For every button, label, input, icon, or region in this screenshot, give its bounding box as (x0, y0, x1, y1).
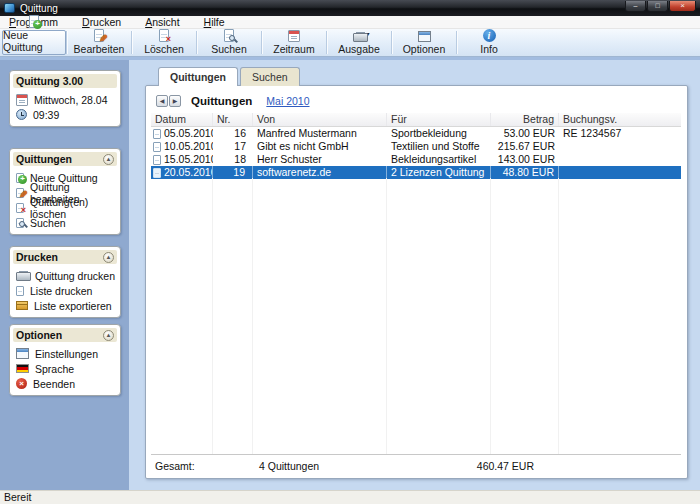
time-label: 09:39 (33, 109, 59, 121)
toolbar-label: Neue Quittung (3, 29, 65, 53)
panel-title: Optionen (16, 329, 62, 341)
german-flag-icon (16, 364, 29, 373)
cell-buchungsv (559, 140, 681, 153)
window-controls: – □ × (625, 1, 696, 12)
sidebar-item-quittung-drucken[interactable]: Quittung drucken (16, 268, 116, 283)
export-box-icon (16, 301, 28, 310)
cell-datum: 05.05.2010 (164, 127, 213, 140)
status-bar: Bereit (0, 490, 700, 504)
sidebar-item-label: Quittung drucken (35, 270, 115, 282)
window-title: Quittung (20, 3, 58, 14)
cell-von: Gibt es nicht GmbH (253, 140, 387, 153)
output-button[interactable]: Ausgabe (327, 29, 391, 56)
sidebar-item-quittungen-loeschen[interactable]: Quittung(en) löschen (16, 200, 116, 215)
close-icon[interactable]: × (669, 1, 696, 12)
tab-suchen[interactable]: Suchen (240, 67, 300, 86)
receipt-count: 4 Quittungen (259, 460, 319, 472)
toolbar-label: Bearbeiten (74, 43, 125, 55)
calendar-icon (16, 94, 28, 106)
sidebar-item-label: Einstellungen (35, 348, 98, 360)
period-link[interactable]: Mai 2010 (266, 95, 309, 107)
column-header-fuer[interactable]: Für (387, 113, 491, 126)
title-bar: Quittung – □ × (0, 0, 700, 16)
document-pencil-icon (94, 29, 104, 42)
document-search-icon (16, 218, 24, 228)
collapse-icon[interactable]: ▲ (103, 330, 114, 341)
receipt-icon (153, 155, 161, 165)
sidebar-item-beenden[interactable]: Beenden (16, 376, 116, 391)
toolbar: Neue Quittung Bearbeiten Löschen Suchen … (0, 29, 700, 57)
cell-betrag: 143.00 EUR (491, 153, 559, 166)
collapse-icon[interactable]: ▲ (103, 252, 114, 263)
next-month-icon[interactable]: ▶ (169, 95, 181, 107)
toolbar-label: Löschen (144, 43, 184, 55)
table-footer: Gesamt: 4 Quittungen 460.47 EUR (151, 454, 681, 472)
menu-ansicht[interactable]: Ansicht (141, 16, 183, 28)
edit-button[interactable]: Bearbeiten (67, 29, 131, 56)
cell-nr: 17 (213, 140, 253, 153)
document-search-icon (224, 29, 234, 42)
sidebar-panel-drucken: Drucken ▲ Quittung drucken Liste drucken… (9, 246, 121, 318)
maximize-icon[interactable]: □ (647, 1, 668, 12)
previous-month-icon[interactable]: ◀ (156, 95, 168, 107)
cell-fuer: Bekleidungsartikel (387, 153, 491, 166)
sidebar-item-liste-exportieren[interactable]: Liste exportieren (16, 298, 116, 313)
column-header-buchungsv[interactable]: Buchungsv. (559, 113, 681, 126)
calendar-icon (288, 30, 300, 42)
sidebar-item-label: Liste drucken (30, 285, 92, 297)
document-pencil-icon (16, 188, 24, 198)
cell-nr: 16 (213, 127, 253, 140)
receipt-icon (153, 129, 161, 139)
column-header-von[interactable]: Von (253, 113, 387, 126)
table-row[interactable]: 05.05.2010 16 Manfred Mustermann Sportbe… (151, 127, 681, 140)
sidebar-panel-optionen: Optionen ▲ Einstellungen Sprache Beenden (9, 324, 121, 396)
status-text: Bereit (4, 491, 31, 503)
document-delete-icon (16, 203, 24, 213)
receipt-icon (153, 142, 161, 152)
info-button[interactable]: Info (457, 29, 521, 56)
tab-quittungen[interactable]: Quittungen (158, 67, 238, 86)
cell-von: Manfred Mustermann (253, 127, 387, 140)
menu-hilfe[interactable]: Hilfe (200, 16, 229, 28)
info-circle-icon (483, 29, 496, 42)
printer-icon (16, 271, 29, 281)
table-row[interactable]: 10.05.2010 17 Gibt es nicht GmbH Textili… (151, 140, 681, 153)
toolbar-label: Suchen (211, 43, 247, 55)
collapse-icon[interactable]: ▲ (103, 154, 114, 165)
document-plus-icon (29, 15, 39, 28)
cell-buchungsv: RE 1234567 (559, 127, 681, 140)
sidebar-item-label: Liste exportieren (34, 300, 112, 312)
document-icon (16, 286, 24, 296)
delete-button[interactable]: Löschen (132, 29, 196, 56)
cell-nr: 18 (213, 153, 253, 166)
dropdown-arrow-icon (366, 30, 369, 37)
date-label: Mittwoch, 28.04 (34, 94, 108, 106)
menu-drucken[interactable]: Drucken (78, 16, 125, 28)
period-button[interactable]: Zeitraum (262, 29, 326, 56)
current-date: Mittwoch, 28.04 (16, 92, 116, 107)
column-header-betrag[interactable]: Betrag (491, 113, 559, 126)
total-amount: 460.47 EUR (434, 460, 534, 472)
toolbar-label: Optionen (403, 43, 446, 55)
cell-fuer: Sportbekleidung (387, 127, 491, 140)
app-icon (4, 3, 15, 13)
search-button[interactable]: Suchen (197, 29, 261, 56)
sidebar-item-einstellungen[interactable]: Einstellungen (16, 346, 116, 361)
table-row[interactable]: 15.05.2010 18 Herr Schuster Bekleidungsa… (151, 153, 681, 166)
cell-von: Herr Schuster (253, 153, 387, 166)
minimize-icon[interactable]: – (625, 1, 646, 12)
options-button[interactable]: Optionen (392, 29, 456, 56)
sidebar-item-sprache[interactable]: Sprache (16, 361, 116, 376)
table-header: Datum Nr. Von Für Betrag Buchungsv. (151, 113, 681, 127)
document-plus-icon (16, 173, 24, 183)
column-header-datum[interactable]: Datum (151, 113, 213, 126)
toolbar-label: Ausgabe (338, 43, 379, 55)
column-header-nr[interactable]: Nr. (213, 113, 253, 126)
panel-header: Drucken ▲ (13, 250, 117, 264)
cell-buchungsv (559, 153, 681, 166)
settings-window-icon (418, 31, 431, 42)
quit-circle-icon (16, 378, 27, 389)
new-receipt-button[interactable]: Neue Quittung (2, 30, 66, 55)
sidebar-item-liste-drucken[interactable]: Liste drucken (16, 283, 116, 298)
content-area: Quittung 3.00 Mittwoch, 28.04 09:39 Quit… (0, 60, 700, 490)
